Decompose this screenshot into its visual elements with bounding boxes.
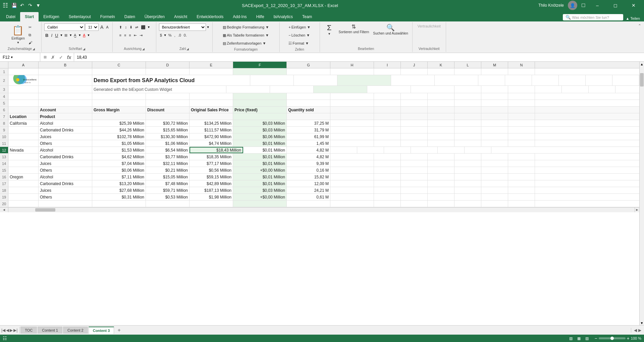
cell-5i[interactable] bbox=[374, 100, 401, 106]
cell-17n[interactable] bbox=[508, 180, 535, 187]
cell-15g[interactable]: 0,16 M bbox=[287, 167, 330, 173]
row-num-18[interactable]: 18 bbox=[0, 187, 8, 193]
cell-10h[interactable] bbox=[330, 133, 374, 140]
cell-3f[interactable] bbox=[314, 86, 367, 93]
comma-btn[interactable]: , bbox=[173, 32, 176, 39]
tab-formeln[interactable]: Formeln bbox=[96, 12, 120, 21]
cell-1b[interactable] bbox=[39, 68, 92, 75]
row-num-11[interactable]: 11 bbox=[0, 140, 8, 147]
cell-14i[interactable] bbox=[374, 160, 401, 167]
cell-19g[interactable]: 0,61 M bbox=[287, 194, 330, 200]
formula-expand-icon[interactable]: ⊞ bbox=[42, 55, 48, 59]
cell-14c[interactable]: $7,04 Million bbox=[92, 160, 146, 167]
col-header-h[interactable]: G bbox=[287, 62, 330, 68]
cell-4e[interactable] bbox=[190, 93, 233, 100]
cell-13f[interactable]: $0,01 Million bbox=[233, 154, 287, 160]
cell-1i[interactable] bbox=[374, 68, 401, 75]
cell-18e[interactable]: $187,13 Million bbox=[190, 187, 233, 193]
cell-2k[interactable] bbox=[532, 75, 559, 86]
minimize-btn[interactable]: – bbox=[590, 0, 605, 11]
cell-1a[interactable] bbox=[8, 68, 39, 75]
cancel-formula-icon[interactable]: ✗ bbox=[50, 55, 56, 60]
cell-8n[interactable] bbox=[508, 120, 535, 126]
cell-7n[interactable] bbox=[508, 113, 535, 120]
undo-btn[interactable]: ↶ bbox=[19, 2, 25, 9]
cell-15h[interactable] bbox=[330, 167, 374, 173]
cell-11i[interactable] bbox=[374, 140, 401, 147]
decrease-indent-btn[interactable]: ⇤ bbox=[133, 32, 138, 39]
cell-10l[interactable] bbox=[454, 133, 481, 140]
cell-17i[interactable] bbox=[374, 180, 401, 187]
cell-14h[interactable] bbox=[330, 160, 374, 167]
h-scroll-right-btn[interactable]: ► bbox=[635, 208, 639, 212]
cell-14m[interactable] bbox=[481, 160, 508, 167]
cell-18g[interactable]: 24,21 M bbox=[287, 187, 330, 193]
zoom-out-btn[interactable]: − bbox=[594, 336, 597, 341]
cell-12g[interactable]: $0,01 Million bbox=[243, 147, 287, 153]
formula-input[interactable] bbox=[74, 55, 644, 60]
cell-12n[interactable] bbox=[465, 147, 491, 153]
cell-15a[interactable] bbox=[8, 167, 39, 173]
font-size-select[interactable]: 11 bbox=[85, 23, 99, 31]
cell-19h[interactable] bbox=[330, 194, 374, 200]
cell-17g[interactable]: 12,00 M bbox=[287, 180, 330, 187]
cell-8m[interactable] bbox=[481, 120, 508, 126]
cell-5m[interactable] bbox=[481, 100, 508, 106]
cell-20l[interactable] bbox=[454, 201, 481, 207]
cell-6c-grossmargin[interactable]: Gross Margin bbox=[92, 107, 146, 113]
h-scroll-thumb[interactable] bbox=[35, 208, 55, 212]
cell-7d[interactable] bbox=[146, 113, 190, 120]
cell-8c[interactable]: $25,39 Million bbox=[92, 120, 146, 126]
cell-13l[interactable] bbox=[454, 154, 481, 160]
cell-4n[interactable] bbox=[508, 93, 535, 100]
cell-5c[interactable] bbox=[92, 100, 146, 106]
cell-9h[interactable] bbox=[330, 127, 374, 133]
cell-17l[interactable] bbox=[454, 180, 481, 187]
col-header-i[interactable]: H bbox=[330, 62, 374, 68]
cell-10i[interactable] bbox=[374, 133, 401, 140]
cell-6d-discount[interactable]: Discount bbox=[146, 107, 190, 113]
cell-7l[interactable] bbox=[454, 113, 481, 120]
cell-11g[interactable]: 1,45 M bbox=[287, 140, 330, 147]
cell-9c[interactable]: $44,26 Million bbox=[92, 127, 146, 133]
zoom-level[interactable]: 100 % bbox=[631, 336, 641, 340]
cell-19f[interactable]: +$0,00 Million bbox=[233, 194, 287, 200]
cell-16b[interactable]: Alcohol bbox=[39, 174, 92, 180]
cell-12m[interactable] bbox=[438, 147, 465, 153]
cell-4f[interactable] bbox=[233, 93, 287, 100]
sheet-tab-content2[interactable]: Content 2 bbox=[63, 327, 88, 334]
cell-11h[interactable] bbox=[330, 140, 374, 147]
col-header-c[interactable]: B bbox=[39, 62, 92, 68]
cell-5l[interactable] bbox=[454, 100, 481, 106]
cell-5h[interactable] bbox=[330, 100, 374, 106]
cell-13e[interactable]: $18,35 Million bbox=[190, 154, 233, 160]
cell-8d[interactable]: $30,72 Million bbox=[146, 120, 190, 126]
insert-cells-btn[interactable]: + Einfügen ▼ bbox=[287, 23, 312, 31]
cell-6m[interactable] bbox=[481, 107, 508, 113]
percent-btn[interactable]: % bbox=[167, 32, 173, 39]
cell-12l[interactable] bbox=[411, 147, 438, 153]
cell-7c[interactable] bbox=[92, 113, 146, 120]
zoom-slider-thumb[interactable] bbox=[610, 337, 614, 340]
cell-5d[interactable] bbox=[146, 100, 190, 106]
cell-17m[interactable] bbox=[481, 180, 508, 187]
cell-16j[interactable] bbox=[401, 174, 428, 180]
cell-15c[interactable]: $0,06 Million bbox=[92, 167, 146, 173]
cell-3d[interactable] bbox=[226, 86, 270, 93]
collapse-ribbon-btn[interactable]: ⌃ bbox=[637, 22, 643, 52]
bold-btn[interactable]: B bbox=[44, 32, 49, 39]
cell-19i[interactable] bbox=[374, 194, 401, 200]
find-select-btn[interactable]: 🔍 Suchen und Auswählen bbox=[372, 23, 410, 36]
cell-13j[interactable] bbox=[401, 154, 428, 160]
save-quick-btn[interactable]: 💾 bbox=[11, 2, 17, 9]
cell-12i[interactable] bbox=[330, 147, 357, 153]
align-bottom-btn[interactable]: ⬇ bbox=[128, 23, 133, 31]
cell-13a[interactable] bbox=[8, 154, 39, 160]
cell-17b[interactable]: Carbonated Drinks bbox=[39, 180, 92, 187]
cell-13b[interactable]: Carbonated Drinks bbox=[39, 154, 92, 160]
zoom-slider[interactable] bbox=[599, 337, 626, 339]
cell-8l[interactable] bbox=[454, 120, 481, 126]
cell-6l[interactable] bbox=[454, 107, 481, 113]
cell-11f[interactable]: $0,01 Million bbox=[233, 140, 287, 147]
cell-ref-dropdown[interactable]: ▼ bbox=[10, 56, 13, 59]
